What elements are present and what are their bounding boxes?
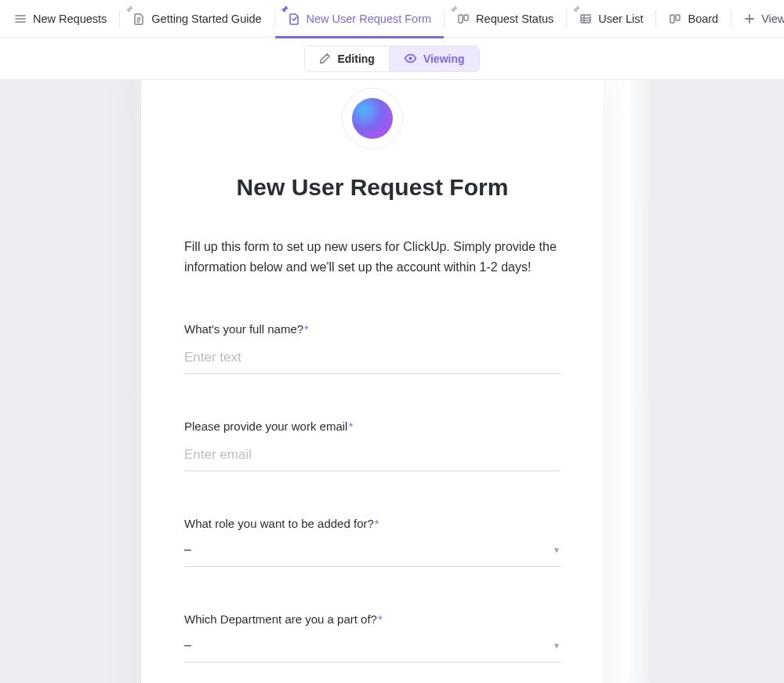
mode-viewing-button[interactable]: Viewing [389, 46, 479, 71]
required-marker: * [348, 420, 353, 433]
tab-label: New Requests [33, 13, 107, 25]
required-marker: * [378, 612, 383, 626]
field-department: Which Department are you a part of?* – ▼ [184, 612, 561, 663]
department-select-value: – [184, 638, 191, 652]
field-work-email: Please provide your work email* [184, 420, 561, 471]
svg-rect-7 [464, 15, 468, 20]
field-label: Which Department are you a part of?* [184, 612, 561, 626]
caret-down-icon: ▼ [553, 546, 561, 554]
department-select[interactable]: – ▼ [184, 634, 561, 663]
logo-circle [342, 88, 403, 149]
svg-rect-6 [459, 15, 463, 23]
role-select-value: – [184, 543, 191, 557]
pin-icon [125, 5, 134, 14]
tab-getting-started-guide[interactable]: Getting Started Guide [120, 0, 274, 38]
field-label: Please provide your work email* [184, 420, 561, 433]
field-label: What role you want to be added for?* [184, 517, 561, 530]
editor-mode-toggle: Editing Viewing [304, 45, 479, 72]
form-card: New User Request Form Fill up this form … [141, 80, 604, 683]
field-full-name: What's your full name?* [184, 322, 561, 374]
svg-rect-13 [676, 15, 680, 20]
view-tabs: New Requests Getting Started Guide New U… [0, 0, 784, 38]
pin-icon [449, 5, 459, 14]
clickup-logo-icon [352, 98, 393, 139]
tab-label: User List [598, 13, 643, 25]
mode-editing-label: Editing [337, 53, 374, 65]
work-email-input[interactable] [184, 442, 561, 471]
role-select[interactable]: – ▼ [184, 538, 561, 567]
list-icon [14, 13, 27, 25]
plus-icon [744, 13, 755, 24]
tab-label: New User Request Form [307, 13, 432, 25]
doc-icon [132, 13, 145, 25]
form-title: New User Request Form [184, 174, 561, 201]
tab-label: Board [688, 13, 718, 25]
svg-point-16 [408, 56, 412, 60]
required-marker: * [375, 517, 379, 530]
tab-request-status[interactable]: Request Status [445, 0, 566, 38]
mode-editing-button[interactable]: Editing [305, 46, 388, 71]
tab-user-list[interactable]: User List [567, 0, 655, 38]
tab-label: Getting Started Guide [151, 13, 261, 25]
form-description: Fill up this form to set up new users fo… [184, 237, 561, 277]
tab-label: Request Status [476, 13, 554, 25]
tab-board[interactable]: Board [656, 0, 731, 38]
form-canvas: New User Request Form Fill up this form … [0, 80, 784, 683]
tab-new-user-request-form[interactable]: New User Request Form [275, 0, 445, 38]
mode-viewing-label: Viewing [423, 53, 465, 65]
field-label: What's your full name?* [184, 322, 561, 336]
field-role: What role you want to be added for?* – ▼ [184, 517, 561, 567]
pin-icon [280, 5, 289, 14]
add-view-button[interactable]: View [731, 0, 784, 38]
full-name-input[interactable] [184, 345, 561, 374]
svg-rect-12 [670, 15, 674, 23]
pin-icon [572, 5, 581, 14]
board-icon [457, 13, 470, 25]
caret-down-icon: ▼ [553, 641, 561, 650]
form-icon [288, 13, 300, 25]
tab-new-requests[interactable]: New Requests [2, 0, 119, 38]
required-marker: * [304, 322, 309, 336]
editor-mode-row: Editing Viewing [0, 38, 784, 80]
add-view-label: View [761, 13, 784, 25]
eye-icon [404, 52, 417, 65]
form-logo [184, 88, 561, 149]
pencil-icon [319, 53, 331, 64]
svg-rect-8 [581, 15, 590, 23]
table-icon [579, 13, 592, 25]
board-icon [669, 13, 681, 25]
